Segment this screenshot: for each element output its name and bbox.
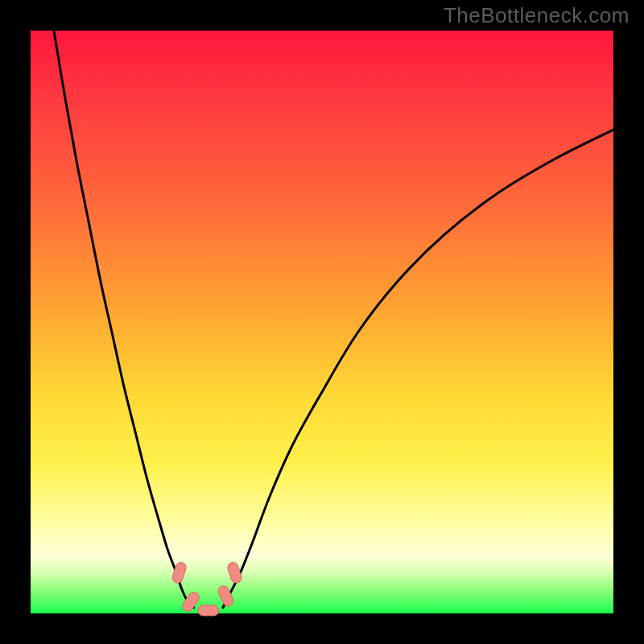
marker-bottom xyxy=(198,605,219,616)
marker-right-upper xyxy=(226,561,242,584)
bottleneck-curves xyxy=(54,31,613,608)
watermark-text: TheBottleneck.com xyxy=(444,3,630,28)
plot-area xyxy=(31,31,613,613)
chart-frame: TheBottleneck.com xyxy=(0,0,644,644)
series-left-curve xyxy=(54,31,194,608)
svg-rect-4 xyxy=(226,561,242,584)
svg-rect-2 xyxy=(198,605,219,616)
curve-layer xyxy=(31,31,613,613)
series-right-curve xyxy=(223,130,613,608)
